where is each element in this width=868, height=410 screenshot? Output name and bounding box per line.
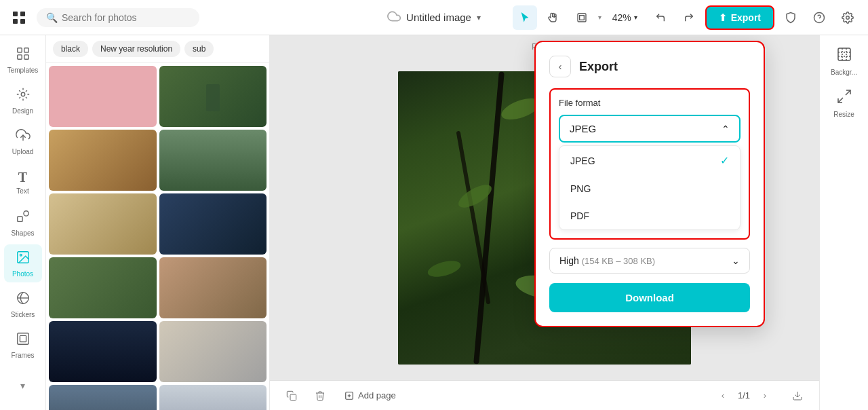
quality-section: High (154 KB – 308 KB) ⌄ <box>549 248 750 274</box>
download-icon-btn[interactable] <box>787 385 808 407</box>
format-select-button[interactable]: JPEG ⌃ <box>559 115 741 143</box>
tag-new-year[interactable]: New year resolution <box>92 41 180 57</box>
svg-rect-1 <box>20 12 25 16</box>
resize-icon <box>836 88 852 108</box>
sidebar-item-text[interactable]: T Text <box>4 163 42 201</box>
design-label: Design <box>12 107 33 115</box>
photo-thumb-9[interactable] <box>49 321 157 382</box>
canvas-area: Page 1 <box>270 35 819 410</box>
format-option-pdf[interactable]: PDF <box>559 202 740 229</box>
settings-icon-btn[interactable] <box>835 5 860 30</box>
help-icon-btn[interactable] <box>807 5 831 30</box>
sidebar-item-upload[interactable]: Upload <box>4 122 42 160</box>
main-area: Templates Design Upload T Text Shapes <box>0 35 868 410</box>
download-button[interactable]: Download <box>549 283 750 312</box>
right-panel-background[interactable]: Backgr... <box>824 41 865 81</box>
hand-tool[interactable] <box>541 5 566 30</box>
tag-black[interactable]: black <box>53 41 88 57</box>
frame-tool[interactable] <box>570 5 594 30</box>
upload-label: Upload <box>12 148 34 155</box>
zoom-control[interactable]: 42% ▾ <box>606 8 644 27</box>
shield-icon-btn[interactable] <box>778 5 803 30</box>
copy-page-button[interactable] <box>281 385 302 407</box>
photos-label: Photos <box>12 270 33 278</box>
sidebar-item-design[interactable]: Design <box>4 81 42 119</box>
templates-label: Templates <box>7 67 39 74</box>
sidebar-more: ▾ <box>4 367 42 405</box>
svg-line-29 <box>838 98 843 102</box>
shapes-icon <box>16 209 31 227</box>
quality-chevron: ⌄ <box>732 255 740 266</box>
format-png-label: PNG <box>570 183 591 194</box>
jpeg-check-icon: ✓ <box>720 154 729 167</box>
topbar: 🔍 Untitled image ▾ ▾ 42% ▾ <box>0 0 868 35</box>
next-page-button[interactable]: › <box>755 386 774 405</box>
delete-page-button[interactable] <box>309 385 331 407</box>
page-indicator: 1/1 <box>738 390 750 400</box>
svg-rect-22 <box>290 394 296 400</box>
photo-thumb-6[interactable] <box>159 193 267 255</box>
photo-thumb-11[interactable] <box>49 385 157 410</box>
shapes-label: Shapes <box>12 229 35 237</box>
photo-thumb-10[interactable] <box>159 321 267 382</box>
sidebar-item-shapes[interactable]: Shapes <box>4 204 42 242</box>
photo-thumb-7[interactable] <box>49 257 157 318</box>
sidebar: Templates Design Upload T Text Shapes <box>0 35 46 410</box>
document-title[interactable]: Untitled image <box>406 12 471 23</box>
photo-thumb-1[interactable] <box>49 66 157 127</box>
page-total: 1 <box>745 390 750 400</box>
search-input[interactable] <box>62 12 190 23</box>
frame-chevron[interactable]: ▾ <box>598 14 601 21</box>
photo-thumb-4[interactable] <box>159 130 267 191</box>
svg-rect-5 <box>579 15 584 20</box>
undo-button[interactable] <box>648 5 673 30</box>
svg-rect-27 <box>838 48 850 60</box>
search-bar[interactable]: 🔍 <box>37 8 199 27</box>
resize-label: Resize <box>833 111 854 118</box>
frames-label: Frames <box>12 352 35 359</box>
document-title-area: Untitled image ▾ <box>387 10 481 26</box>
right-panel-resize[interactable]: Resize <box>824 83 865 124</box>
add-page-button[interactable]: Add page <box>338 386 403 405</box>
sidebar-item-frames[interactable]: Frames <box>4 326 42 364</box>
format-option-jpeg[interactable]: JPEG ✓ <box>559 146 740 175</box>
sidebar-item-templates[interactable]: Templates <box>4 41 42 79</box>
tag-sub[interactable]: sub <box>184 41 214 57</box>
prev-page-button[interactable]: ‹ <box>713 386 732 405</box>
svg-rect-11 <box>17 54 21 58</box>
sidebar-more-btn[interactable]: ▾ <box>4 367 42 405</box>
export-button[interactable]: ⬆ Export <box>705 5 774 30</box>
sidebar-item-stickers[interactable]: Stickers <box>4 285 42 323</box>
export-back-button[interactable]: ‹ <box>549 56 571 77</box>
photo-thumb-3[interactable] <box>49 130 157 191</box>
templates-icon <box>16 46 31 64</box>
right-panel: Backgr... Resize <box>819 35 868 410</box>
zoom-chevron: ▾ <box>634 14 637 21</box>
export-panel: ‹ Export File format JPEG ⌃ JPEG ✓ <box>534 41 765 327</box>
redo-button[interactable] <box>677 5 701 30</box>
photo-thumb-5[interactable] <box>49 193 157 255</box>
export-icon: ⬆ <box>719 12 727 23</box>
photo-thumb-12[interactable] <box>159 385 267 410</box>
format-option-png[interactable]: PNG <box>559 175 740 202</box>
quality-size: (154 KB – 308 KB) <box>582 256 655 266</box>
sidebar-item-photos[interactable]: Photos <box>4 244 42 282</box>
text-icon: T <box>18 170 27 185</box>
app-logo <box>8 7 30 29</box>
photo-thumb-8[interactable] <box>159 257 267 318</box>
svg-line-28 <box>846 90 850 95</box>
search-icon: 🔍 <box>46 12 58 23</box>
svg-rect-20 <box>17 333 28 344</box>
file-format-section: File format JPEG ⌃ JPEG ✓ PNG <box>549 88 750 240</box>
svg-rect-0 <box>13 12 18 16</box>
pointer-tool[interactable] <box>513 5 537 30</box>
title-chevron[interactable]: ▾ <box>477 13 481 22</box>
svg-point-13 <box>21 92 25 96</box>
photo-thumb-2[interactable] <box>159 66 267 127</box>
svg-rect-4 <box>578 14 586 22</box>
frames-icon <box>16 331 31 350</box>
svg-point-18 <box>20 254 22 256</box>
quality-select-button[interactable]: High (154 KB – 308 KB) ⌄ <box>549 248 750 274</box>
svg-rect-15 <box>17 217 22 221</box>
more-icon: ▾ <box>20 380 25 391</box>
